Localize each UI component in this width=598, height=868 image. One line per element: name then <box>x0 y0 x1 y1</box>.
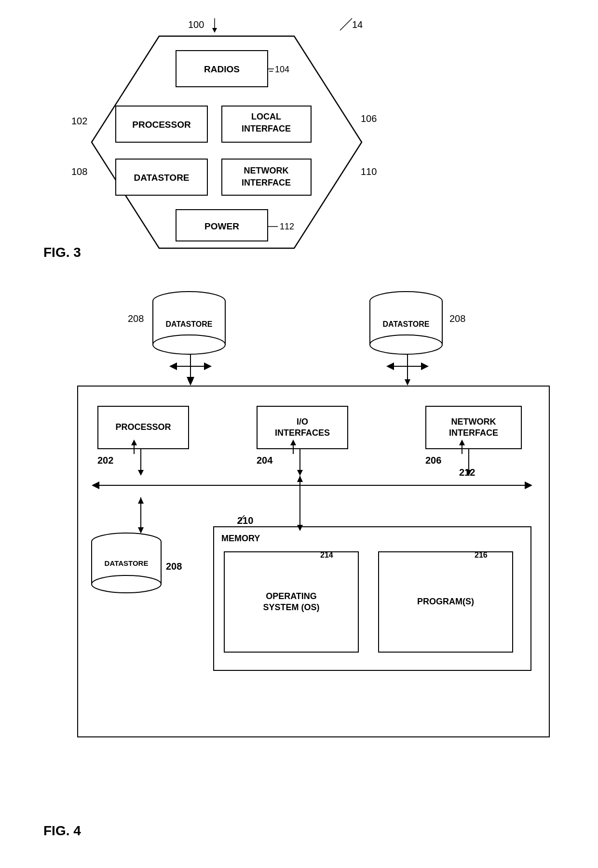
svg-marker-58 <box>459 440 465 445</box>
ref-110: 110 <box>361 166 377 177</box>
datastore-top-right: DATASTORE <box>367 289 446 357</box>
svg-rect-15 <box>222 159 311 195</box>
ref14-arrow <box>338 18 354 35</box>
svg-text:RADIOS: RADIOS <box>204 64 240 74</box>
svg-point-33 <box>370 335 442 354</box>
ref-108: 108 <box>71 166 87 177</box>
ref-208-top-left: 208 <box>128 313 144 324</box>
svg-text:POWER: POWER <box>204 221 239 231</box>
arrow-proc-up <box>129 440 139 454</box>
processor-box: PROCESSOR <box>97 406 189 449</box>
svg-marker-71 <box>138 527 144 534</box>
ref-206: 206 <box>425 454 441 467</box>
io-interfaces-label: I/OINTERFACES <box>275 416 330 439</box>
svg-line-73 <box>237 515 245 523</box>
svg-marker-43 <box>405 379 410 386</box>
arrow-horizontal-main <box>88 478 536 493</box>
network-interface-label: NETWORKINTERFACE <box>449 416 498 439</box>
fig4-container: DATASTORE 208 DATASTORE 208 <box>39 289 569 843</box>
svg-marker-52 <box>297 470 303 476</box>
svg-marker-37 <box>188 379 193 386</box>
svg-text:PROCESSOR: PROCESSOR <box>132 120 191 130</box>
svg-text:LOCAL: LOCAL <box>251 112 281 121</box>
os-label: OPERATINGSYSTEM (OS) <box>263 591 319 614</box>
memory-label: MEMORY <box>221 533 260 544</box>
svg-marker-75 <box>297 525 303 531</box>
svg-text:DATASTORE: DATASTORE <box>166 320 213 328</box>
svg-text:DATASTORE: DATASTORE <box>105 559 149 567</box>
arrow-net-up <box>457 440 467 454</box>
svg-line-2 <box>340 18 352 30</box>
programs-box: PROGRAM(S) <box>378 551 513 653</box>
svg-marker-54 <box>290 440 296 445</box>
svg-text:DATASTORE: DATASTORE <box>383 320 430 328</box>
fig3-label: FIG. 3 <box>43 245 81 260</box>
svg-text:104: 104 <box>275 65 289 74</box>
arrow-io-memory <box>295 476 305 531</box>
arrow-io-up <box>288 440 298 454</box>
svg-marker-76 <box>297 476 303 482</box>
svg-text:112: 112 <box>280 222 294 231</box>
page: 100 14 RADIOS 104 PROCESSOR LOCAL <box>0 0 598 868</box>
svg-point-66 <box>92 575 161 593</box>
ref-202: 202 <box>97 454 113 467</box>
ref100-arrow <box>207 18 222 33</box>
svg-text:INTERFACE: INTERFACE <box>242 124 291 134</box>
ref210-arrow <box>232 513 247 527</box>
svg-marker-50 <box>131 440 137 445</box>
arrow-bidir-left <box>166 359 215 374</box>
network-interface-box: NETWORKINTERFACE <box>425 406 522 449</box>
main-box: PROCESSOR I/OINTERFACES NETWORKINTERFACE… <box>77 386 550 737</box>
processor-label: PROCESSOR <box>115 422 171 433</box>
os-box: OPERATINGSYSTEM (OS) <box>224 551 359 653</box>
svg-marker-48 <box>138 470 144 476</box>
memory-outer-box: MEMORY OPERATINGSYSTEM (OS) PROGRAM(S) 2… <box>213 526 531 671</box>
datastore-top-left: DATASTORE <box>150 289 229 357</box>
svg-marker-56 <box>466 470 472 476</box>
arrow-bidir-right <box>383 359 432 374</box>
svg-text:DATASTORE: DATASTORE <box>134 173 189 183</box>
ref-106: 106 <box>361 113 377 124</box>
hexagon-shape: RADIOS 104 PROCESSOR LOCAL INTERFACE DAT… <box>87 34 367 251</box>
ref-100: 100 <box>188 19 204 30</box>
svg-text:NETWORK: NETWORK <box>244 166 289 175</box>
arrow-proc-datastore <box>136 497 146 534</box>
ref-216-inside: 216 <box>475 550 488 561</box>
ref-208-local: 208 <box>166 560 182 573</box>
fig3-container: 100 14 RADIOS 104 PROCESSOR LOCAL <box>39 14 415 265</box>
svg-marker-1 <box>212 28 217 33</box>
ref-214-inside: 214 <box>320 550 333 561</box>
svg-text:INTERFACE: INTERFACE <box>242 178 291 187</box>
ref-204: 204 <box>257 454 272 467</box>
io-interfaces-box: I/OINTERFACES <box>257 406 348 449</box>
svg-marker-72 <box>138 497 144 504</box>
datastore-local: DATASTORE <box>88 531 165 596</box>
svg-point-27 <box>153 335 225 354</box>
ref-208-top-right: 208 <box>449 313 465 324</box>
ref-102: 102 <box>71 116 87 127</box>
programs-label: PROGRAM(S) <box>417 596 474 607</box>
fig4-label: FIG. 4 <box>43 823 81 839</box>
